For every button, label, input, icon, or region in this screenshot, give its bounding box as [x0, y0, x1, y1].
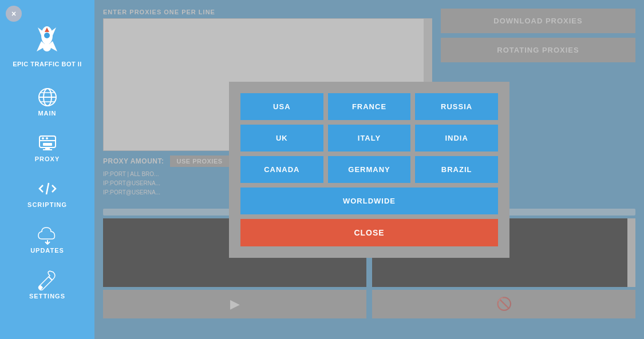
sidebar-item-main-label: MAIN [38, 110, 56, 117]
worldwide-button[interactable]: WORLDWIDE [240, 188, 498, 214]
sidebar-item-proxy[interactable]: PROXY [0, 125, 94, 170]
modal-overlay: USA FRANCE RUSSIA UK ITALY INDIA CANADA … [94, 0, 644, 339]
sidebar-item-scripting-label: SCRIPTING [27, 201, 67, 208]
country-modal: USA FRANCE RUSSIA UK ITALY INDIA CANADA … [229, 82, 509, 258]
svg-point-5 [44, 33, 50, 38]
cloud-icon [37, 224, 58, 245]
sidebar-item-settings-label: SETTINGS [29, 293, 65, 300]
svg-point-16 [46, 137, 48, 139]
country-canada[interactable]: CANADA [240, 156, 323, 183]
rocket-icon [30, 23, 64, 57]
svg-line-22 [49, 277, 52, 280]
country-russia[interactable]: RUSSIA [415, 93, 498, 120]
country-brazil[interactable]: BRAZIL [415, 156, 498, 183]
modal-close-button[interactable]: CLOSE [240, 219, 498, 246]
sidebar-item-updates-label: UPDATES [30, 247, 64, 254]
app-close-button[interactable]: × [6, 6, 22, 22]
app-title: EPIC TRAFFIC BOT II [13, 61, 82, 67]
globe-icon [37, 87, 58, 107]
svg-point-15 [42, 137, 44, 139]
country-uk[interactable]: UK [240, 125, 323, 151]
app-logo: EPIC TRAFFIC BOT II [13, 23, 82, 67]
country-india[interactable]: INDIA [415, 125, 498, 151]
country-germany[interactable]: GERMANY [328, 156, 411, 183]
svg-line-20 [46, 183, 49, 194]
sidebar-item-scripting[interactable]: SCRIPTING [0, 170, 94, 216]
sidebar-item-main[interactable]: MAIN [0, 79, 94, 125]
country-italy[interactable]: ITALY [328, 125, 411, 151]
close-x-icon: × [11, 9, 16, 18]
sidebar: × EPIC TRAFFIC BOT II MAIN [0, 0, 94, 339]
code-icon [37, 178, 58, 199]
proxy-icon [37, 133, 58, 153]
country-france[interactable]: FRANCE [328, 93, 411, 120]
sidebar-item-settings[interactable]: SETTINGS [0, 262, 94, 308]
wrench-icon [37, 270, 58, 290]
nav-items: MAIN PROXY SCRIPTING [0, 79, 94, 308]
svg-rect-19 [43, 149, 52, 150]
country-grid: USA FRANCE RUSSIA UK ITALY INDIA CANADA … [240, 93, 498, 183]
main-content: ENTER PROXIES ONE PER LINE PROXY AMOUNT:… [94, 0, 644, 339]
sidebar-item-updates[interactable]: UPDATES [0, 216, 94, 262]
country-usa[interactable]: USA [240, 93, 323, 120]
svg-rect-17 [43, 143, 52, 146]
sidebar-item-proxy-label: PROXY [35, 155, 60, 162]
svg-rect-6 [43, 43, 51, 51]
